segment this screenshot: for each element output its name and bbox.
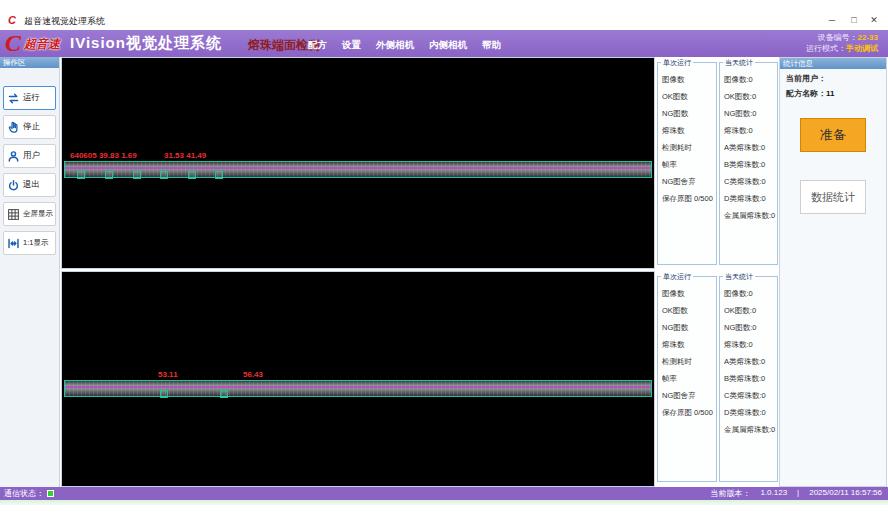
minimize-icon[interactable]: ─ [824,13,840,27]
one-to-one-button[interactable]: 1:1显示 [3,231,56,255]
day-stats-top: 当天统计 图像数:0 OK图数:0 NG图数:0 熔珠数:0 A类熔珠数:0 B… [719,62,778,265]
user-button-label: 用户 [23,150,40,162]
day-stats-bottom: 当天统计 图像数:0 OK图数:0 NG图数:0 熔珠数:0 A类熔珠数:0 B… [719,276,778,482]
fullscreen-grid-icon [7,208,20,221]
single-run-stats-bottom: 单次运行 图像数 OK图数 NG图数 熔珠数 检测耗时 帧率 NG图舍弃 保存原… [657,276,717,482]
run-mode-label: 运行模式： [806,44,846,53]
measurement-annotation: 53.11 [158,370,178,379]
stat-row: NG图舍弃 [662,173,716,190]
comm-status-label: 通信状态： [4,488,44,499]
page-title: IVision视觉处理系统 [70,34,222,53]
stat-row: 保存原图 0/500 [662,404,716,421]
stat-row: 帧率 [662,156,716,173]
device-info: 设备编号：22-33 运行模式：手动调试 [806,32,878,54]
stat-row: OK图数:0 [724,302,777,319]
current-user-row: 当前用户： [780,69,886,84]
fullscreen-button[interactable]: 全屏显示 [3,202,56,226]
prepare-button[interactable]: 准备 [800,118,866,152]
device-number-label: 设备编号： [818,33,858,42]
outer-camera-image[interactable]: 640605 39.83 1.69 31.53 41.49 [61,57,655,269]
stat-row: A类熔珠数:0 [724,139,777,156]
maximize-icon[interactable]: □ [846,13,862,27]
stat-row: 熔珠数:0 [724,122,777,139]
detection-box [160,171,168,179]
menu-outer-camera[interactable]: 外侧相机 [376,39,414,52]
detection-box [215,171,223,179]
app-header: C 超音速 IVision视觉处理系统 熔珠端面检测 配方 设置 外侧相机 内侧… [0,30,888,57]
one-to-one-icon [7,237,20,250]
stat-row: NG图数:0 [724,105,777,122]
data-statistics-button[interactable]: 数据统计 [800,180,866,214]
detection-box [160,390,168,398]
detection-box [133,171,141,179]
statistics-panel-title: 统计信息 [780,58,886,69]
desktop-strip [0,500,888,505]
stat-row: C类熔珠数:0 [724,387,777,404]
group-title: 当天统计 [723,272,755,282]
app-window: C 超音速视觉处理系统 ─ □ ✕ C 超音速 IVision视觉处理系统 熔珠… [0,0,888,522]
stat-row: OK图数:0 [724,88,777,105]
operation-sidebar: 操作区 运行 停止 [0,57,60,487]
menu-settings[interactable]: 设置 [342,39,361,52]
weld-bead-strip [64,161,652,178]
stat-row: 熔珠数:0 [724,336,777,353]
menu-recipe[interactable]: 配方 [308,39,327,52]
stat-row: A类熔珠数:0 [724,353,777,370]
stop-button[interactable]: 停止 [3,115,56,139]
user-button[interactable]: 用户 [3,144,56,168]
stat-row: 图像数:0 [724,285,777,302]
run-button[interactable]: 运行 [3,86,56,110]
device-number-value: 22-33 [858,33,878,42]
run-mode-value: 手动调试 [846,44,878,53]
stop-button-label: 停止 [23,121,40,133]
stat-row: 熔珠数 [662,336,716,353]
stat-row: 保存原图 0/500 [662,190,716,207]
stat-row: NG图数:0 [724,319,777,336]
measurement-annotation: 640605 39.83 1.69 [70,151,137,160]
stat-row: D类熔珠数:0 [724,404,777,421]
run-arrows-icon [7,92,20,105]
version-label: 当前版本： [710,488,750,499]
comm-status-led-icon [47,490,54,497]
single-run-stats-top: 单次运行 图像数 OK图数 NG图数 熔珠数 检测耗时 帧率 NG图舍弃 保存原… [657,62,717,265]
one-to-one-button-label: 1:1显示 [23,238,48,248]
group-title: 当天统计 [723,58,755,68]
statistics-info-panel: 统计信息 当前用户： 配方名称：11 准备 数据统计 [779,57,887,487]
power-icon [7,179,20,192]
stat-row: OK图数 [662,302,716,319]
stat-row: 图像数:0 [724,71,777,88]
hand-stop-icon [7,121,20,134]
stat-row: NG图数 [662,105,716,122]
measurement-annotation: 31.53 41.49 [164,151,206,160]
group-title: 单次运行 [661,58,693,68]
stat-row: C类熔珠数:0 [724,173,777,190]
exit-button-label: 退出 [23,179,40,191]
exit-button[interactable]: 退出 [3,173,56,197]
stat-row: 熔珠数 [662,122,716,139]
window-title: 超音速视觉处理系统 [24,15,105,28]
measurement-annotation: 56.43 [243,370,263,379]
stat-row: 金属屑熔珠数:0 [724,207,777,224]
brand-name: 超音速 [24,36,60,53]
stat-row: NG图舍弃 [662,387,716,404]
run-button-label: 运行 [23,92,40,104]
bead-centerline [65,386,651,388]
group-title: 单次运行 [661,272,693,282]
stat-row: D类熔珠数:0 [724,190,777,207]
version-value: 1.0.123 [760,488,787,499]
detection-box [188,171,196,179]
weld-bead-strip [64,380,652,397]
stat-row: 图像数 [662,71,716,88]
stat-row: 检测耗时 [662,353,716,370]
inner-camera-image[interactable]: 53.11 56.43 [61,271,655,487]
status-separator: | [797,488,799,499]
recipe-name-value: 11 [826,89,834,98]
status-bar: 通信状态： 当前版本： 1.0.123 | 2025/02/11 16:57:5… [0,487,888,500]
detection-box [105,171,113,179]
stat-row: NG图数 [662,319,716,336]
menu-help[interactable]: 帮助 [482,39,501,52]
menu-inner-camera[interactable]: 内侧相机 [429,39,467,52]
user-icon [7,150,20,163]
stat-row: B类熔珠数:0 [724,156,777,173]
close-icon[interactable]: ✕ [866,13,882,27]
